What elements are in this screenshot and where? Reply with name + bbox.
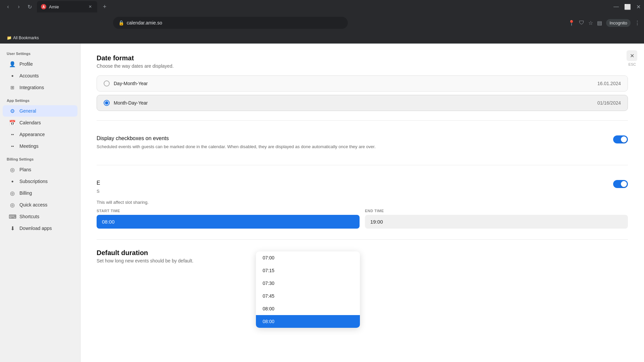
- sidebar-item-accounts[interactable]: ● Accounts: [3, 70, 77, 81]
- address-bar[interactable]: 🔒 calendar.amie.so: [113, 17, 348, 29]
- sidebar-item-download-apps[interactable]: ⬇ Download apps: [3, 223, 77, 234]
- time-inputs: START TIME 08:00 END TIME 19:00: [97, 209, 628, 229]
- date-label-dmy: Day-Month-Year: [114, 81, 148, 86]
- end-time-input[interactable]: 19:00: [365, 215, 628, 229]
- dropdown-item-0700[interactable]: 07:00: [256, 251, 360, 264]
- sidebar-item-calendars[interactable]: 📅 Calendars: [3, 117, 77, 128]
- appearance-icon: ▪▪: [9, 131, 15, 137]
- radio-dmy: [104, 80, 110, 86]
- tab-close-button[interactable]: ✕: [87, 4, 93, 10]
- radio-inner-mdy: [105, 101, 108, 105]
- sidebar-item-subscriptions[interactable]: ● Subscriptions: [3, 176, 77, 187]
- sidebar-label-calendars: Calendars: [19, 120, 41, 125]
- tab-favicon: A: [41, 4, 46, 9]
- divider-2: [97, 165, 628, 165]
- active-tab[interactable]: A Amie ✕: [37, 1, 97, 12]
- checkboxes-label: Display checkboxes on events: [97, 135, 605, 141]
- time-range-desc: S: [97, 188, 605, 195]
- dropdown-item-0730[interactable]: 07:30: [256, 277, 360, 290]
- maximize-button[interactable]: ⬜: [624, 4, 631, 10]
- reload-button[interactable]: ↻: [25, 2, 34, 11]
- lock-icon: 🔒: [118, 20, 124, 25]
- meetings-icon: ▪▪: [9, 143, 15, 149]
- panel-close-button[interactable]: ✕: [627, 50, 637, 61]
- sidebar-item-general[interactable]: ⚙ General: [3, 105, 77, 117]
- sidebar-item-billing[interactable]: ◎ Billing: [3, 187, 77, 199]
- sidebar-item-profile[interactable]: 👤 Profile: [3, 58, 77, 70]
- plans-icon: ◎: [9, 167, 15, 173]
- app-settings-label: App Settings: [0, 99, 80, 103]
- radio-mdy: [104, 100, 110, 106]
- sidebar-label-download-apps: Download apps: [19, 226, 52, 231]
- date-label-mdy: Month-Day-Year: [114, 100, 148, 106]
- sidebar-item-appearance[interactable]: ▪▪ Appearance: [3, 129, 77, 140]
- date-option-dmy[interactable]: Day-Month-Year 16.01.2024: [97, 75, 628, 92]
- dropdown-item-0745[interactable]: 07:45: [256, 290, 360, 302]
- location-icon: 📍: [568, 20, 575, 26]
- more-icon[interactable]: ⋮: [635, 20, 640, 26]
- dropdown-item-0715[interactable]: 07:15: [256, 264, 360, 277]
- billing-settings-label: Billing Settings: [0, 157, 80, 161]
- close-window-button[interactable]: ✕: [636, 4, 641, 10]
- main-panel: ✕ ESC Date format Choose the way dates a…: [80, 44, 644, 362]
- general-icon: ⚙: [9, 108, 15, 114]
- sidebar-label-shortcuts: Shortcuts: [19, 214, 39, 219]
- checkboxes-setting-row: Display checkboxes on events Scheduled e…: [97, 130, 628, 156]
- integrations-icon: ⊞: [9, 84, 15, 90]
- forward-button[interactable]: ›: [14, 2, 23, 11]
- time-range-setting-row: E S: [97, 175, 628, 200]
- end-time-label: END TIME: [365, 209, 628, 213]
- sidebar-item-quick-access[interactable]: ◎ Quick access: [3, 199, 77, 210]
- sidebar-label-accounts: Accounts: [19, 73, 39, 78]
- sidebar-label-billing: Billing: [19, 190, 32, 196]
- toggle-knob: [621, 136, 627, 142]
- slot-sharing-note: This will affect slot sharing.: [97, 200, 628, 205]
- download-icon: ⬇: [9, 225, 15, 231]
- sidebar: User Settings 👤 Profile ● Accounts ⊞ Int…: [0, 44, 80, 362]
- sidebar-item-integrations[interactable]: ⊞ Integrations: [3, 82, 77, 93]
- date-preview-mdy: 01/16/2024: [597, 100, 621, 106]
- time-dropdown: 07:00 07:15 07:30 07:45 08:00 08:00: [256, 251, 360, 328]
- shortcuts-icon: ⌨: [9, 214, 15, 220]
- sidebar-item-shortcuts[interactable]: ⌨ Shortcuts: [3, 211, 77, 222]
- sidebar-label-appearance: Appearance: [19, 132, 45, 137]
- divider-1: [97, 120, 628, 121]
- sidebar-label-subscriptions: Subscriptions: [19, 179, 48, 184]
- quick-access-icon: ◎: [9, 202, 15, 208]
- minimize-button[interactable]: —: [613, 4, 619, 10]
- dropdown-item-0800[interactable]: 08:00: [256, 302, 360, 315]
- time-range-toggle[interactable]: [613, 180, 628, 188]
- date-preview-dmy: 16.01.2024: [597, 81, 621, 86]
- accounts-icon: ●: [9, 73, 15, 79]
- date-option-mdy[interactable]: Month-Day-Year 01/16/2024: [97, 95, 628, 111]
- sidebar-label-meetings: Meetings: [19, 143, 39, 149]
- sidebar-label-quick-access: Quick access: [19, 202, 47, 207]
- esc-label: ESC: [628, 62, 636, 66]
- end-time-field: END TIME 19:00: [365, 209, 628, 229]
- incognito-label: Incognito: [606, 19, 631, 27]
- default-duration-desc: Set how long new events should be by def…: [97, 258, 628, 263]
- calendars-icon: 📅: [9, 120, 15, 126]
- dropdown-item-0800-selected[interactable]: 08:00: [256, 315, 360, 328]
- star-icon[interactable]: ☆: [588, 20, 593, 26]
- date-format-desc: Choose the way dates are displayed.: [97, 63, 628, 69]
- sidebar-label-profile: Profile: [19, 61, 33, 67]
- back-button[interactable]: ‹: [3, 2, 13, 11]
- address-text: calendar.amie.so: [127, 20, 162, 25]
- sidebar-item-plans[interactable]: ◎ Plans: [3, 164, 77, 175]
- time-range-label: E: [97, 180, 605, 186]
- user-settings-label: User Settings: [0, 52, 80, 56]
- divider-3: [97, 239, 628, 240]
- shield-icon: 🛡: [579, 20, 584, 26]
- start-time-field: START TIME 08:00: [97, 209, 360, 229]
- profile-icon: 👤: [9, 61, 15, 67]
- sidebar-label-plans: Plans: [19, 167, 31, 172]
- new-tab-button[interactable]: +: [100, 2, 109, 11]
- checkboxes-toggle[interactable]: [613, 135, 628, 143]
- toggle-knob-2: [621, 181, 627, 187]
- sidebar-toggle-icon[interactable]: ▤: [597, 20, 602, 26]
- bookmarks-folder[interactable]: 📁 All Bookmarks: [4, 34, 42, 42]
- sidebar-item-meetings[interactable]: ▪▪ Meetings: [3, 140, 77, 152]
- start-time-input[interactable]: 08:00: [97, 215, 360, 229]
- checkboxes-desc: Scheduled events with guests can be mark…: [97, 143, 605, 150]
